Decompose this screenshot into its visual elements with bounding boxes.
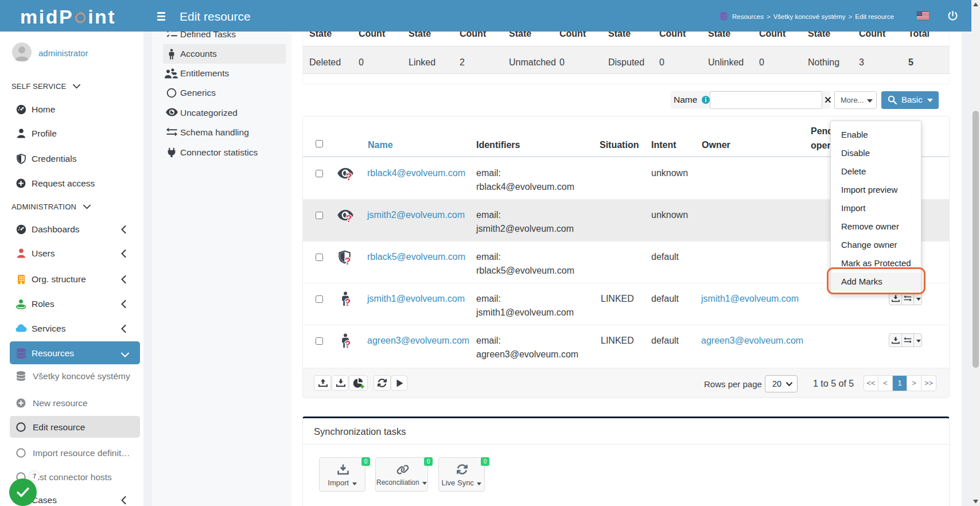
svg-text:?: ?	[345, 339, 351, 350]
svg-text:?: ?	[346, 172, 352, 182]
svg-text:?: ?	[345, 256, 351, 267]
svg-text:?: ?	[345, 297, 351, 308]
svg-text:?: ?	[346, 213, 352, 224]
